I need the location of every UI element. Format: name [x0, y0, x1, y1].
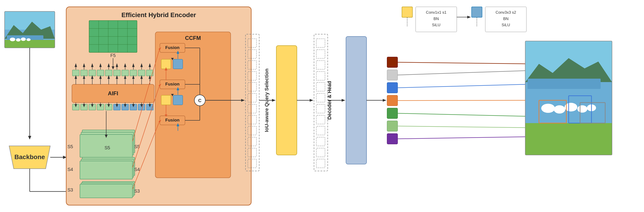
s5-label2: S5: [68, 144, 73, 149]
svg-rect-192: [346, 36, 366, 164]
svg-rect-174: [276, 46, 297, 155]
f5-label: F5: [110, 53, 116, 58]
svg-rect-227: [472, 7, 482, 17]
legend-bn2-label: BN: [503, 17, 508, 21]
svg-point-215: [554, 105, 565, 113]
svg-rect-201: [387, 134, 398, 144]
fusion2-label: Fusion: [165, 82, 180, 86]
s5-label: S5: [104, 145, 110, 150]
aifi-label: AIFI: [108, 90, 118, 97]
diagram-container: Backbone Efficient Hybrid Encoder S5 S5 …: [0, 0, 644, 212]
legend-conv2-label: Conv3x3 s2: [496, 10, 516, 14]
svg-rect-133: [173, 95, 183, 105]
s4-right-label: S4: [134, 167, 140, 172]
svg-point-214: [541, 104, 555, 113]
s4-label: S4: [68, 167, 73, 172]
legend-bn1-label: BN: [434, 17, 439, 21]
svg-rect-213: [525, 123, 612, 155]
legend-conv1-label: Conv1x1 s1: [426, 10, 446, 14]
svg-point-217: [577, 105, 587, 113]
svg-rect-132: [161, 95, 171, 105]
legend-silu2-label: SiLU: [502, 23, 510, 27]
encoder-title: Efficient Hybrid Encoder: [122, 11, 196, 18]
svg-line-205: [398, 100, 525, 101]
svg-point-9: [26, 38, 30, 41]
svg-rect-25: [80, 161, 132, 179]
svg-rect-28: [80, 184, 132, 198]
svg-rect-126: [173, 59, 183, 69]
svg-rect-200: [387, 121, 398, 131]
svg-rect-199: [387, 108, 398, 118]
main-svg: Backbone Efficient Hybrid Encoder S5 S5 …: [0, 0, 644, 212]
svg-rect-198: [387, 95, 398, 106]
svg-rect-223: [402, 7, 412, 17]
svg-rect-197: [387, 83, 398, 93]
svg-rect-196: [387, 70, 398, 80]
legend-silu1-label: SiLU: [432, 23, 440, 27]
fusion3-label: Fusion: [165, 118, 180, 122]
s3-right-label: S3: [134, 189, 140, 194]
iou-label: IoU-aware Query Selection: [264, 69, 270, 132]
c-circle: C: [198, 98, 202, 103]
svg-rect-195: [387, 57, 398, 68]
ccfm-title: CCFM: [185, 35, 201, 41]
svg-point-6: [10, 38, 15, 41]
svg-point-8: [21, 38, 26, 41]
svg-rect-212: [528, 79, 600, 89]
backbone-label: Backbone: [14, 153, 45, 160]
s3-label: S3: [68, 187, 73, 192]
fusion1-label: Fusion: [165, 45, 180, 50]
svg-point-7: [16, 38, 20, 41]
decoder-label: Decoder & Head: [326, 81, 332, 120]
